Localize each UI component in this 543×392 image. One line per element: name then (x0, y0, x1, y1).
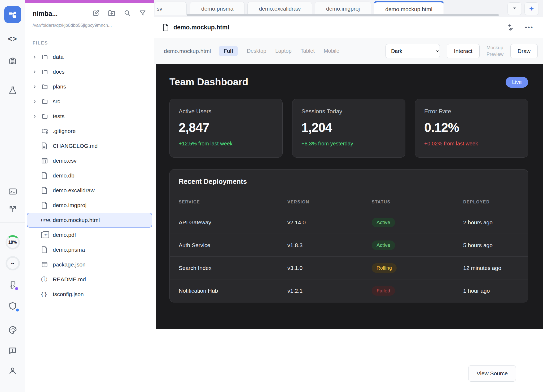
stat-delta: +12.5% from last week (179, 141, 273, 147)
column-header-deployed: DEPLOYED (463, 200, 519, 204)
ai-edit-icon[interactable] (505, 23, 513, 32)
cell-version: v3.1.0 (287, 265, 372, 271)
deployments-title: Recent Deployments (170, 170, 528, 193)
column-header-service: SERVICE (179, 200, 287, 204)
shield-icon[interactable] (0, 301, 25, 310)
chevron-right-icon (33, 70, 41, 74)
info-icon: ⓘ (41, 277, 53, 283)
stat-label: Error Rate (424, 108, 519, 115)
user-icon[interactable] (0, 366, 25, 375)
clipboard-icon[interactable] (0, 57, 25, 66)
files-section-label: FILES (25, 34, 154, 48)
tree-file-demo-csv[interactable]: demo.csv (27, 153, 152, 168)
tree-folder-tests[interactable]: tests (27, 109, 152, 124)
cell-deployed: 5 hours ago (463, 242, 519, 248)
column-header-status: STATUS (372, 200, 463, 204)
main-area: svdemo.prismademo.excalidrawdemo.imgproj… (154, 0, 543, 392)
sparkles-icon: ✦ (529, 5, 535, 13)
filter-icon[interactable] (139, 9, 146, 18)
rail-divider (0, 222, 25, 223)
app-logo-icon[interactable] (0, 6, 25, 23)
rail-divider (0, 52, 25, 52)
stat-label: Sessions Today (301, 108, 396, 115)
new-folder-icon[interactable] (108, 9, 116, 18)
file-header: demo.mockup.html ••• (154, 17, 543, 38)
terminal-icon[interactable] (0, 187, 25, 196)
column-header-version: VERSION (287, 200, 372, 204)
viewport-desktop[interactable]: Desktop (247, 46, 266, 56)
tree-file-demo-excalidraw[interactable]: demo.excalidraw (27, 183, 152, 198)
doc-file-icon (41, 142, 53, 150)
viewport-mobile[interactable]: Mobile (324, 46, 339, 56)
plain-file-icon (41, 202, 53, 209)
tab-demo-excalidraw[interactable]: demo.excalidraw (247, 2, 312, 15)
draw-button[interactable]: Draw (510, 44, 538, 58)
branch-icon[interactable] (0, 204, 25, 213)
icon-rail: <> 18% -- (0, 0, 25, 392)
tree-file-demo-prisma[interactable]: demo.prisma (27, 242, 152, 257)
table-row: Auth Servicev1.8.3Active5 hours ago (170, 234, 528, 257)
tree-folder-docs[interactable]: docs (27, 64, 152, 79)
device-code-icon[interactable] (0, 280, 25, 290)
chevron-right-icon (33, 100, 41, 104)
tree-file-tsconfig-json[interactable]: { }tsconfig.json (27, 287, 152, 302)
theme-select[interactable]: Dark (386, 44, 440, 58)
tree-file-readme-md[interactable]: ⓘREADME.md (27, 272, 152, 287)
sidebar: nimba... /var/folders/qz/kjb0dbb56jlgbcy… (25, 0, 154, 392)
tab-scrollbar[interactable] (187, 14, 499, 16)
palette-icon[interactable] (0, 326, 25, 335)
box-icon (41, 261, 53, 268)
code-icon[interactable]: <> (0, 35, 25, 43)
mockup-preview-canvas: Team Dashboard Live Active Users2,847+12… (156, 64, 543, 329)
tree-file-changelog-md[interactable]: CHANGELOG.md (27, 139, 152, 153)
folder-icon (41, 83, 53, 90)
dashboard-title: Team Dashboard (169, 77, 248, 88)
plain-file-icon (41, 172, 53, 179)
viewport-full[interactable]: Full (219, 46, 238, 56)
feedback-icon[interactable] (0, 346, 25, 355)
chevron-right-icon (33, 55, 41, 59)
tree-folder-data[interactable]: data (27, 50, 152, 64)
cell-service: Auth Service (179, 242, 287, 248)
sidebar-accent-bar (25, 0, 154, 3)
flask-icon[interactable] (0, 86, 25, 95)
preview-filename: demo.mockup.html (164, 48, 211, 54)
dash-gauge[interactable]: -- (0, 256, 25, 271)
cell-deployed: 2 hours ago (463, 219, 519, 226)
table-row: API Gatewayv2.14.0Active2 hours ago (170, 211, 528, 234)
ai-assistant-button[interactable]: ✦ (524, 2, 539, 15)
tree-file-demo-imgproj[interactable]: demo.imgproj (27, 198, 152, 213)
tree-file-demo-db[interactable]: demo.db (27, 168, 152, 183)
file-tree: datadocsplanssrctests.gitignoreCHANGELOG… (25, 48, 154, 302)
stat-card-sessions-today: Sessions Today1,204+8.3% from yesterday (292, 99, 405, 158)
file-icon (162, 24, 169, 32)
usage-gauge[interactable]: 18% (0, 235, 25, 250)
status-badge: Rolling (372, 263, 397, 273)
edit-icon[interactable] (92, 9, 100, 18)
tree-file--gitignore[interactable]: .gitignore (27, 124, 152, 139)
tab-demo-prisma[interactable]: demo.prisma (190, 2, 245, 15)
tree-folder-plans[interactable]: plans (27, 79, 152, 94)
tab-demo-imgproj[interactable]: demo.imgproj (315, 2, 371, 15)
more-icon[interactable]: ••• (525, 24, 533, 31)
cell-service: Notification Hub (179, 288, 287, 294)
tree-file-demo-mockup-html[interactable]: HTMLdemo.mockup.html (27, 213, 152, 228)
mockup-preview-label: MockupPreview (487, 44, 503, 57)
viewport-laptop[interactable]: Laptop (275, 46, 291, 56)
tab-list-button[interactable] (507, 2, 522, 15)
view-source-button[interactable]: View Source (468, 365, 516, 382)
interact-button[interactable]: Interact (447, 44, 480, 58)
gear-folder-icon (41, 128, 53, 135)
table-row: Search Indexv3.1.0Rolling12 minutes ago (170, 257, 528, 279)
html-badge-icon: HTML (41, 218, 53, 222)
search-icon[interactable] (124, 9, 131, 18)
viewport-tablet[interactable]: Tablet (301, 46, 315, 56)
tree-file-demo-pdf[interactable]: PDFdemo.pdf (27, 228, 152, 242)
tree-file-package-json[interactable]: package.json (27, 257, 152, 272)
project-path: /var/folders/qz/kjb0dbb56jlgbcy9mnch... (25, 18, 154, 34)
tab-sv[interactable]: sv (155, 2, 187, 15)
tree-folder-src[interactable]: src (27, 94, 152, 109)
open-file-title: demo.mockup.html (173, 24, 229, 31)
cell-deployed: 12 minutes ago (463, 265, 519, 271)
plain-file-icon (41, 187, 53, 194)
